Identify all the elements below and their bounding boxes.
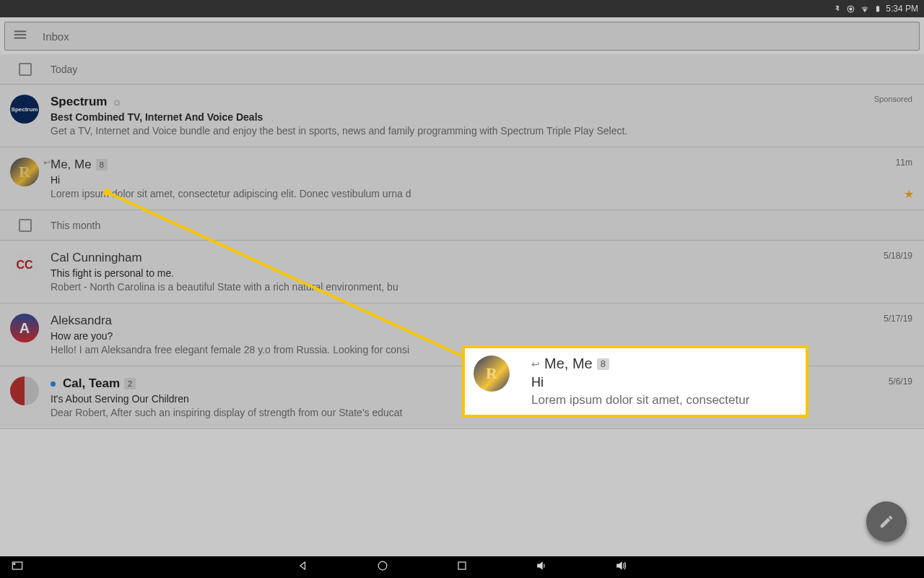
select-all-checkbox[interactable]: [19, 219, 32, 232]
section-label: This month: [51, 220, 100, 231]
subject: Hi: [51, 174, 912, 186]
sender: Cal Cunningham: [51, 251, 142, 265]
app-container: Inbox Today Spectrum Spectrum ☼ Best Com…: [0, 17, 924, 556]
subject: Hi: [531, 375, 797, 390]
preview: Robert - North Carolina is a beautiful S…: [51, 281, 912, 293]
section-thismonth: This month: [0, 210, 924, 241]
clock-text: 5:34 PM: [886, 4, 918, 14]
svg-point-1: [850, 7, 852, 9]
back-button[interactable]: [296, 558, 310, 576]
meta-sponsored: Sponsored: [874, 95, 912, 103]
sender: Spectrum: [51, 95, 107, 109]
svg-rect-2: [876, 7, 879, 12]
subject: This fight is personal to me.: [51, 267, 912, 279]
svg-rect-3: [877, 6, 879, 7]
avatar: Spectrum: [10, 95, 39, 124]
email-row[interactable]: CC Cal Cunningham This fight is personal…: [0, 241, 924, 303]
meta-date: 5/18/19: [884, 251, 912, 261]
svg-rect-6: [14, 38, 27, 39]
battery-icon: [874, 4, 881, 14]
wifi-icon: [860, 4, 870, 14]
sender: Me, Me: [544, 355, 593, 372]
count-badge: 8: [597, 358, 609, 370]
svg-point-11: [378, 561, 387, 570]
home-button[interactable]: [375, 558, 390, 576]
header-title: Inbox: [43, 30, 69, 43]
avatar: R: [474, 355, 510, 392]
sync-icon: [846, 4, 855, 14]
count-badge: 2: [124, 378, 136, 389]
avatar: CC: [10, 251, 39, 280]
meta-time: 11m: [896, 158, 912, 168]
svg-rect-4: [14, 31, 27, 33]
section-today: Today: [0, 54, 924, 85]
section-label: Today: [51, 64, 77, 75]
preview: Lorem ipsum dolor sit amet, consectetur …: [51, 188, 912, 199]
avatar: R: [10, 158, 39, 186]
hamburger-icon[interactable]: [12, 27, 28, 46]
sender: Cal, Team: [63, 376, 120, 391]
sun-icon: ☼: [111, 95, 122, 108]
meta-date: 5/17/19: [884, 314, 912, 324]
preview: Get a TV, Internet and Voice bundle and …: [51, 125, 912, 137]
volume-down-button[interactable]: [534, 558, 549, 576]
status-bar: 5:34 PM: [0, 0, 924, 17]
avatar: [10, 376, 39, 405]
subject: How are you?: [51, 330, 912, 342]
star-icon[interactable]: ★: [904, 187, 914, 201]
compose-fab[interactable]: [866, 501, 907, 542]
svg-rect-12: [458, 562, 466, 569]
bluetooth-icon: [833, 4, 842, 13]
volume-up-button[interactable]: [614, 558, 628, 576]
annotation-callout: R ↩ Me, Me 8 Hi Lorem ipsum dolor sit am…: [462, 345, 808, 418]
reply-icon: ↩: [43, 158, 51, 168]
select-all-checkbox[interactable]: [19, 63, 32, 76]
search-bar[interactable]: Inbox: [4, 22, 920, 51]
avatar: A: [10, 314, 39, 342]
email-row[interactable]: ↩ R Me, Me 8 Hi Lorem ipsum dolor sit am…: [0, 147, 924, 210]
email-row-sponsored[interactable]: Spectrum Spectrum ☼ Best Combined TV, In…: [0, 85, 924, 147]
unread-dot: [51, 381, 56, 387]
reply-icon: ↩: [531, 358, 540, 370]
count-badge: 8: [96, 159, 108, 171]
nav-bar: [0, 556, 924, 578]
app-header: Inbox: [0, 17, 924, 54]
sender: Me, Me: [51, 158, 92, 172]
screenshot-icon[interactable]: [10, 558, 25, 576]
svg-rect-5: [14, 34, 27, 35]
sender: Aleksandra: [51, 314, 112, 328]
subject: Best Combined TV, Internet And Voice Dea…: [51, 111, 912, 123]
recent-button[interactable]: [455, 558, 469, 576]
preview: Lorem ipsum dolor sit amet, consectetur: [531, 393, 797, 407]
pencil-icon: [879, 514, 894, 530]
meta-date: 5/6/19: [889, 376, 912, 387]
svg-point-10: [14, 564, 15, 565]
